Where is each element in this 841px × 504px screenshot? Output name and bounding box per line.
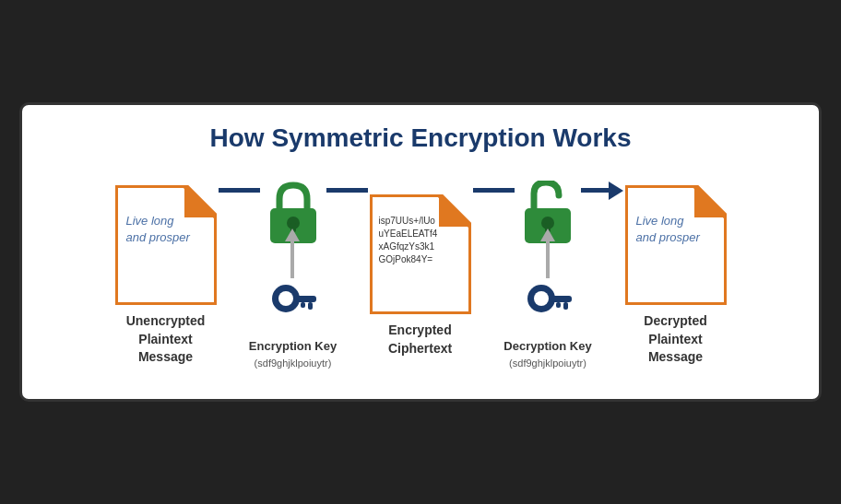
ciphertext-doc-text: isp7UUs+/lUouYEaELEATf4xAGfqzYs3k1GOjPok… bbox=[379, 215, 466, 266]
encryption-key-icon bbox=[267, 278, 318, 338]
ciphertext-doc-block: isp7UUs+/lUouYEaELEATf4xAGfqzYs3k1GOjPok… bbox=[370, 194, 471, 357]
unencrypted-doc-text: Live longand prosper bbox=[126, 213, 209, 246]
arrow-from-lock1 bbox=[326, 188, 368, 193]
unencrypted-doc-icon: Live longand prosper bbox=[115, 185, 217, 305]
encryption-key-label: Encryption Key (sdf9ghjklpoiuytr) bbox=[249, 338, 337, 371]
svg-rect-7 bbox=[296, 296, 316, 302]
unencrypted-doc-block: Live longand prosper Unencrypted Plainte… bbox=[115, 185, 217, 367]
decrypted-doc-text: Live longand prosper bbox=[636, 213, 719, 246]
svg-point-16 bbox=[534, 291, 549, 306]
svg-point-6 bbox=[278, 291, 293, 306]
decrypt-col: Decryption Key (sdf9ghjklpoiuytr) bbox=[471, 181, 625, 371]
arrow-to-lock1 bbox=[219, 188, 260, 193]
page-title: How Symmetric Encryption Works bbox=[50, 123, 791, 153]
svg-rect-9 bbox=[301, 302, 305, 308]
svg-rect-18 bbox=[563, 302, 568, 310]
decrypted-doc-icon: Live longand prosper bbox=[625, 185, 727, 305]
decrypted-doc-block: Live longand prosper Decrypted Plaintext… bbox=[625, 185, 727, 367]
arrow-to-lock2 bbox=[473, 188, 515, 193]
unencrypted-label: Unencrypted Plaintext Message bbox=[126, 312, 206, 367]
decryption-key-icon bbox=[523, 278, 574, 338]
arrow-up-key1 bbox=[285, 229, 300, 278]
svg-rect-19 bbox=[556, 302, 561, 308]
encrypt-col: Encryption Key (sdf9ghjklpoiuytr) bbox=[217, 181, 370, 371]
ciphertext-label: Encrypted Ciphertext bbox=[388, 322, 452, 357]
flow-area: Live longand prosper Unencrypted Plainte… bbox=[50, 181, 791, 371]
decrypted-label: Decrypted Plaintext Message bbox=[644, 312, 706, 367]
svg-rect-17 bbox=[551, 296, 572, 302]
decryption-key-label: Decryption Key (sdf9ghjklpoiuytr) bbox=[503, 338, 591, 371]
diagram-container: How Symmetric Encryption Works Live long… bbox=[19, 102, 822, 402]
arrow-from-lock2 bbox=[581, 182, 623, 200]
arrow-up-key2 bbox=[540, 229, 555, 278]
svg-rect-8 bbox=[308, 302, 313, 310]
ciphertext-doc-icon: isp7UUs+/lUouYEaELEATf4xAGfqzYs3k1GOjPok… bbox=[370, 194, 471, 314]
